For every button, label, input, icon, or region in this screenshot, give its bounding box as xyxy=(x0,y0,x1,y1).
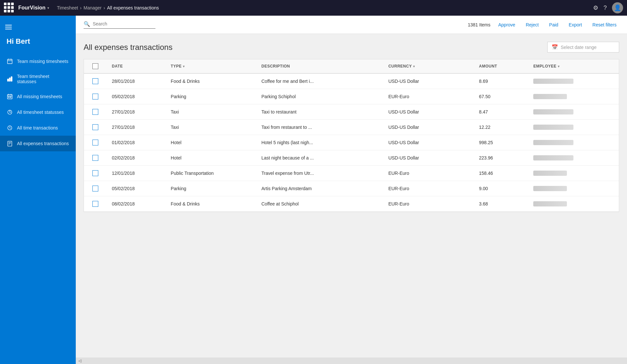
hamburger-menu-button[interactable] xyxy=(0,21,76,37)
row-checkbox[interactable] xyxy=(92,78,98,84)
approve-button[interactable]: Approve xyxy=(496,21,518,29)
row-checkbox[interactable] xyxy=(92,124,98,130)
settings-icon[interactable]: ⚙ xyxy=(593,4,598,11)
row-checkbox[interactable] xyxy=(92,109,98,115)
brand-logo: FourVision ▾ xyxy=(18,5,49,11)
breadcrumb-timesheet[interactable]: Timesheet xyxy=(57,5,78,10)
row-checkbox[interactable] xyxy=(92,170,98,176)
receipt-icon xyxy=(7,140,13,147)
date-range-picker[interactable]: 📅 Select date range xyxy=(547,42,619,53)
row-type: Taxi xyxy=(166,120,256,135)
sidebar-item-label: All timesheet statusses xyxy=(17,110,64,115)
reset-filters-button[interactable]: Reset filters xyxy=(590,21,619,29)
date-range-placeholder: Select date range xyxy=(561,45,597,50)
page-header: All expenses transactions 📅 Select date … xyxy=(84,42,619,53)
items-count: 1381 Items xyxy=(468,22,490,27)
row-date: 12/01/2018 xyxy=(106,166,165,181)
row-checkbox-cell xyxy=(84,104,106,120)
col-label-type: TYPE xyxy=(171,64,182,68)
row-employee: ███████ ███ xyxy=(528,166,619,181)
row-description: Taxi to restaurant xyxy=(256,104,383,120)
table-row: 01/02/2018 Hotel Hotel 5 nights (last ni… xyxy=(84,135,619,150)
sidebar-item-team-timesheet-statuses[interactable]: Team timesheet statusses xyxy=(0,69,76,89)
search-input[interactable] xyxy=(93,21,152,26)
row-amount: 3.68 xyxy=(474,196,528,212)
row-currency: USD-US Dollar xyxy=(383,104,474,120)
search-icon: 🔍 xyxy=(84,21,90,27)
row-checkbox[interactable] xyxy=(92,155,98,161)
col-label-employee: EMPLOYEE xyxy=(533,64,556,68)
row-description: Taxi from restaurant to ... xyxy=(256,120,383,135)
sidebar: Hi Bert Team missing timesheets Team tim… xyxy=(0,16,76,364)
col-label-date: DATE xyxy=(112,64,123,68)
sidebar-item-all-expenses-transactions[interactable]: All expenses transactions xyxy=(0,136,76,151)
row-type: Hotel xyxy=(166,135,256,150)
row-currency: USD-US Dollar xyxy=(383,150,474,166)
row-employee: ████ ████████ xyxy=(528,135,619,150)
row-currency: EUR-Euro xyxy=(383,196,474,212)
row-checkbox[interactable] xyxy=(92,201,98,207)
main-layout: Hi Bert Team missing timesheets Team tim… xyxy=(0,16,627,364)
reject-button[interactable]: Reject xyxy=(523,21,541,29)
table-row: 08/02/2018 Food & Drinks Coffee at Schip… xyxy=(84,196,619,212)
row-date: 27/01/2018 xyxy=(106,104,165,120)
breadcrumb-sep1: › xyxy=(80,5,82,10)
sidebar-item-all-timesheet-statuses[interactable]: All timesheet statusses xyxy=(0,104,76,120)
row-currency: USD-US Dollar xyxy=(383,73,474,89)
sidebar-item-label: All time transactions xyxy=(17,125,58,130)
page-content: All expenses transactions 📅 Select date … xyxy=(76,34,627,357)
row-date: 27/01/2018 xyxy=(106,120,165,135)
employee-name: ████ ██████ xyxy=(533,201,567,206)
sidebar-item-all-time-transactions[interactable]: All time transactions xyxy=(0,120,76,136)
row-date: 05/02/2018 xyxy=(106,89,165,104)
svg-point-12 xyxy=(10,97,11,98)
select-all-checkbox[interactable] xyxy=(92,63,98,69)
svg-point-11 xyxy=(8,97,9,98)
collapse-sidebar-icon[interactable]: ◁ xyxy=(78,358,81,363)
row-currency: EUR-Euro xyxy=(383,181,474,196)
row-checkbox-cell xyxy=(84,73,106,89)
row-employee: ████ ████████ xyxy=(528,104,619,120)
svg-line-16 xyxy=(10,128,11,129)
sidebar-item-label: All missing timesheets xyxy=(17,94,62,99)
sidebar-item-all-missing-timesheets[interactable]: All missing timesheets xyxy=(0,89,76,104)
svg-rect-6 xyxy=(11,77,12,81)
row-amount: 8.69 xyxy=(474,73,528,89)
row-checkbox-cell xyxy=(84,166,106,181)
bottom-scrollbar[interactable]: ◁ xyxy=(76,357,627,364)
help-icon[interactable]: ? xyxy=(603,5,607,11)
row-checkbox-cell xyxy=(84,120,106,135)
employee-name: ███████ ███ xyxy=(533,171,567,176)
expenses-table: DATE TYPE ▾ DESCRIPTION xyxy=(84,59,619,212)
row-description: Last night because of a ... xyxy=(256,150,383,166)
row-checkbox[interactable] xyxy=(92,94,98,99)
export-button[interactable]: Export xyxy=(566,21,585,29)
search-box[interactable]: 🔍 xyxy=(84,21,155,29)
chart2-icon xyxy=(7,109,13,115)
col-label-description: DESCRIPTION xyxy=(261,64,290,68)
col-header-type[interactable]: TYPE ▾ xyxy=(166,59,256,73)
row-employee: ████ ████████ xyxy=(528,150,619,166)
sidebar-item-label: All expenses transactions xyxy=(17,141,69,146)
sidebar-item-team-missing-timesheets[interactable]: Team missing timesheets xyxy=(0,53,76,69)
row-description: Hotel 5 nights (last nigh... xyxy=(256,135,383,150)
row-checkbox[interactable] xyxy=(92,186,98,191)
row-description: Parking Schiphol xyxy=(256,89,383,104)
col-header-employee[interactable]: EMPLOYEE ▾ xyxy=(528,59,619,73)
col-header-date: DATE xyxy=(106,59,165,73)
row-checkbox[interactable] xyxy=(92,140,98,145)
row-checkbox-cell xyxy=(84,196,106,212)
brand-chevron-icon[interactable]: ▾ xyxy=(47,6,49,10)
col-header-currency[interactable]: CURRENCY ▾ xyxy=(383,59,474,73)
row-date: 28/01/2018 xyxy=(106,73,165,89)
row-date: 05/02/2018 xyxy=(106,181,165,196)
employee-name: ████ ██████ xyxy=(533,186,567,191)
row-employee: ████ ██████ xyxy=(528,89,619,104)
svg-rect-17 xyxy=(8,141,12,146)
row-currency: EUR-Euro xyxy=(383,89,474,104)
user-avatar[interactable]: 👤 xyxy=(612,2,623,13)
employee-name: ████ ████████ xyxy=(533,125,573,130)
paid-button[interactable]: Paid xyxy=(547,21,561,29)
apps-grid-icon[interactable] xyxy=(4,3,14,13)
breadcrumb-manager[interactable]: Manager xyxy=(84,5,102,10)
